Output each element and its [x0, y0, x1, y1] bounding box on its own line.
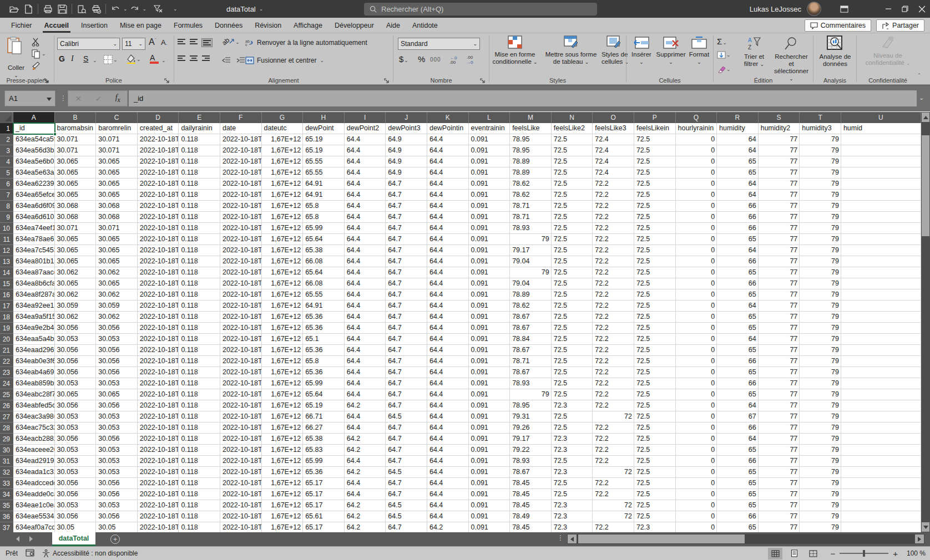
cell-F12[interactable]: 2022-10-18T1	[220, 245, 262, 256]
cell-H8[interactable]: 65.8	[303, 201, 345, 212]
collapse-ribbon-icon[interactable]: ˆ	[918, 73, 920, 79]
cell-A15[interactable]: 634ea8b6cfa	[13, 278, 55, 289]
cell-N30[interactable]: 72.3	[552, 445, 593, 456]
cell-O20[interactable]: 72.2	[593, 334, 634, 345]
cell-G17[interactable]: 1,67E+12	[262, 301, 304, 312]
cell-Q11[interactable]: 0	[676, 234, 717, 245]
cell-S3[interactable]: 77	[759, 145, 800, 156]
font-color-icon[interactable]: A	[150, 53, 159, 64]
cell-Q18[interactable]: 0	[676, 312, 717, 323]
cell-J19[interactable]: 64.7	[386, 323, 427, 334]
cell-C12[interactable]: 30.065	[96, 245, 138, 256]
cell-T20[interactable]: 79	[800, 334, 841, 345]
cell-G26[interactable]: 1,67E+12	[262, 400, 304, 411]
column-header-P[interactable]: P	[634, 112, 676, 123]
cell-E24[interactable]: 0.118	[179, 378, 220, 389]
cell-C16[interactable]: 30.062	[96, 289, 138, 301]
cell-U10[interactable]	[841, 223, 921, 234]
cell-M17[interactable]: 78.62	[510, 301, 552, 312]
cell-Q17[interactable]: 0	[676, 301, 717, 312]
sheet-tab-datatotal[interactable]: dataTotal	[52, 532, 95, 546]
cell-S37[interactable]: 77	[759, 522, 800, 532]
cell-T12[interactable]: 79	[800, 245, 841, 256]
cell-T8[interactable]: 79	[800, 201, 841, 212]
cell-F5[interactable]: 2022-10-18T1	[220, 167, 262, 179]
cell-M15[interactable]: 79.04	[510, 278, 552, 289]
row-header-20[interactable]: 20	[0, 334, 13, 345]
decrease-decimal-icon[interactable]: .00→0	[466, 54, 478, 67]
cell-O34[interactable]: 72.2	[593, 489, 634, 500]
cell-S19[interactable]: 77	[759, 323, 800, 334]
cell-E10[interactable]: 0.118	[179, 223, 220, 234]
cell-O10[interactable]: 72.2	[593, 223, 634, 234]
cell-O15[interactable]: 72.2	[593, 278, 634, 289]
cell-S21[interactable]: 77	[759, 345, 800, 356]
cell-S36[interactable]: 77	[759, 511, 800, 522]
cell-T9[interactable]: 79	[800, 212, 841, 223]
cell-K23[interactable]: 64.4	[427, 367, 469, 378]
cell-C2[interactable]: 30.071	[96, 134, 138, 145]
cell-E14[interactable]: 0.118	[179, 267, 220, 278]
cell-K37[interactable]: 64.2	[427, 522, 469, 532]
cell-G33[interactable]: 1,67E+12	[262, 478, 304, 489]
cell-N4[interactable]: 72.5	[552, 156, 593, 167]
cell-E1[interactable]: dailyrainin	[179, 123, 220, 134]
cell-H37[interactable]: 65.17	[303, 522, 345, 532]
cell-F16[interactable]: 2022-10-18T1	[220, 289, 262, 301]
cell-C36[interactable]: 30.056	[96, 511, 138, 522]
cell-R15[interactable]: 66	[717, 278, 759, 289]
cell-S28[interactable]: 77	[759, 422, 800, 434]
cell-L19[interactable]: 0.091	[469, 323, 511, 334]
cell-L9[interactable]: 0.091	[469, 212, 511, 223]
cell-B18[interactable]: 30.062	[55, 312, 97, 323]
cell-U27[interactable]	[841, 411, 921, 422]
cell-J31[interactable]: 64.7	[386, 456, 427, 467]
cell-P23[interactable]: 72.5	[634, 367, 676, 378]
cell-L5[interactable]: 0.091	[469, 167, 511, 179]
cell-D7[interactable]: 2022-10-18T1	[138, 190, 179, 201]
cell-I2[interactable]: 64.4	[345, 134, 386, 145]
cell-D15[interactable]: 2022-10-18T1	[138, 278, 179, 289]
cell-H14[interactable]: 65.64	[303, 267, 345, 278]
cell-D23[interactable]: 2022-10-18T1	[138, 367, 179, 378]
cell-K32[interactable]: 64.4	[427, 467, 469, 478]
cell-P17[interactable]: 72.5	[634, 301, 676, 312]
cell-A10[interactable]: 634ea74eef1	[13, 223, 55, 234]
cell-P32[interactable]: 72.5	[634, 467, 676, 478]
cell-M4[interactable]: 78.89	[510, 156, 552, 167]
cell-S31[interactable]: 77	[759, 456, 800, 467]
cell-P4[interactable]: 72.5	[634, 156, 676, 167]
page-layout-view-button[interactable]	[787, 548, 801, 559]
cell-D3[interactable]: 2022-10-18T1	[138, 145, 179, 156]
cell-S18[interactable]: 77	[759, 312, 800, 323]
underline-dropdown-icon[interactable]: ⌄	[93, 58, 97, 63]
cell-T5[interactable]: 79	[800, 167, 841, 179]
cell-H23[interactable]: 65.36	[303, 367, 345, 378]
dialog-launcher-icon[interactable]	[384, 77, 391, 83]
cell-H12[interactable]: 65.38	[303, 245, 345, 256]
cell-L17[interactable]: 0.091	[469, 301, 511, 312]
horizontal-scroll-thumb[interactable]	[578, 534, 745, 543]
cell-R33[interactable]: 65	[717, 478, 759, 489]
cell-F14[interactable]: 2022-10-18T1	[220, 267, 262, 278]
cell-I14[interactable]: 64.4	[345, 267, 386, 278]
cell-D5[interactable]: 2022-10-18T1	[138, 167, 179, 179]
cell-Q15[interactable]: 0	[676, 278, 717, 289]
cell-U12[interactable]	[841, 245, 921, 256]
cell-N1[interactable]: feelsLike2	[552, 123, 593, 134]
cell-R24[interactable]: 66	[717, 378, 759, 389]
cell-P12[interactable]: 72.5	[634, 245, 676, 256]
cell-M25[interactable]: 79	[510, 389, 552, 400]
cell-L27[interactable]: 0.091	[469, 411, 511, 422]
cell-K2[interactable]: 64.4	[427, 134, 469, 145]
cell-K36[interactable]: 64.4	[427, 511, 469, 522]
cell-Q6[interactable]: 0	[676, 179, 717, 190]
cell-C21[interactable]: 30.056	[96, 345, 138, 356]
cell-N32[interactable]: 72.3	[552, 467, 593, 478]
column-header-J[interactable]: J	[386, 112, 427, 123]
cell-B23[interactable]: 30.056	[55, 367, 97, 378]
cell-A21[interactable]: 634eaad296f	[13, 345, 55, 356]
cell-E30[interactable]: 0.118	[179, 445, 220, 456]
cell-C18[interactable]: 30.062	[96, 312, 138, 323]
cell-E15[interactable]: 0.118	[179, 278, 220, 289]
